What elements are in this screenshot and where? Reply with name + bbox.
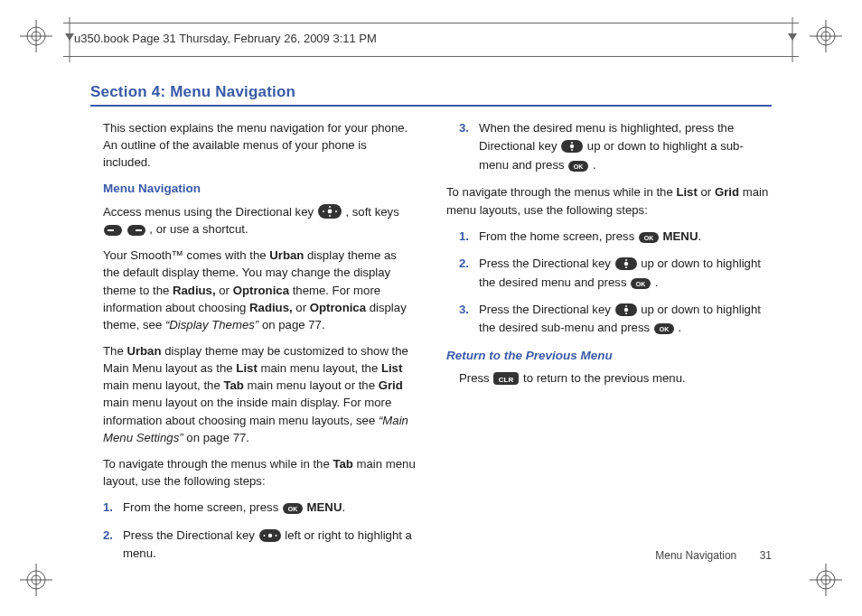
list-grid-steps: 1. From the home screen, press OK MENU. … bbox=[459, 228, 772, 338]
svg-text:OK: OK bbox=[644, 235, 654, 241]
svg-point-51 bbox=[623, 308, 627, 312]
tab-steps-list: 1. From the home screen, press OK MENU. … bbox=[103, 499, 416, 563]
return-previous-paragraph: Press CLR to return to the previous menu… bbox=[459, 369, 772, 387]
svg-text:OK: OK bbox=[288, 506, 298, 512]
svg-point-38 bbox=[571, 142, 573, 144]
step-item: 3. When the desired menu is highlighted,… bbox=[459, 119, 772, 174]
svg-text:CLR: CLR bbox=[499, 376, 514, 384]
svg-marker-19 bbox=[788, 33, 797, 41]
register-mark-icon bbox=[20, 564, 52, 596]
theme-paragraph: Your Smooth™ comes with the Urban displa… bbox=[103, 247, 416, 333]
svg-point-23 bbox=[335, 210, 337, 212]
svg-point-52 bbox=[625, 305, 627, 307]
register-mark-icon bbox=[810, 20, 842, 52]
svg-point-21 bbox=[327, 210, 332, 214]
svg-text:OK: OK bbox=[636, 281, 646, 287]
left-column: This section explains the menu navigatio… bbox=[90, 119, 416, 572]
svg-point-37 bbox=[570, 145, 574, 148]
svg-point-46 bbox=[625, 259, 627, 261]
right-column: 3. When the desired menu is highlighted,… bbox=[446, 119, 772, 572]
left-softkey-icon bbox=[103, 224, 123, 237]
svg-text:OK: OK bbox=[660, 326, 670, 332]
layout-paragraph: The Urban display theme may be customize… bbox=[103, 342, 416, 446]
svg-point-35 bbox=[275, 535, 276, 537]
ok-key-icon: OK bbox=[653, 322, 675, 335]
ok-key-icon: OK bbox=[638, 231, 660, 244]
page-footer: Menu Navigation 31 bbox=[655, 549, 772, 562]
svg-text:OK: OK bbox=[574, 163, 584, 170]
access-menus-paragraph: Access menus using the Directional key ,… bbox=[103, 203, 416, 238]
crop-info-bar: u350.book Page 31 Thursday, February 26,… bbox=[63, 23, 799, 57]
directional-key-icon bbox=[317, 203, 342, 219]
ok-key-icon: OK bbox=[567, 160, 589, 173]
step-item: 3. Press the Directional key up or down … bbox=[459, 301, 772, 338]
svg-point-33 bbox=[267, 533, 271, 537]
directional-key-icon bbox=[560, 139, 584, 154]
register-mark-icon bbox=[810, 564, 842, 596]
ok-key-icon: OK bbox=[630, 277, 651, 290]
footer-page-number: 31 bbox=[760, 549, 772, 562]
svg-point-45 bbox=[623, 262, 627, 266]
directional-key-icon bbox=[614, 257, 638, 271]
svg-point-25 bbox=[329, 215, 331, 217]
footer-section: Menu Navigation bbox=[655, 549, 736, 562]
ok-key-icon: OK bbox=[282, 502, 304, 515]
menu-navigation-heading: Menu Navigation bbox=[103, 180, 416, 198]
crop-file-info: u350.book Page 31 Thursday, February 26,… bbox=[74, 32, 377, 45]
svg-rect-27 bbox=[108, 229, 114, 231]
svg-rect-29 bbox=[136, 229, 142, 231]
page: u350.book Page 31 Thursday, February 26,… bbox=[0, 0, 862, 616]
svg-point-24 bbox=[329, 206, 331, 208]
step-item: 1. From the home screen, press OK MENU. bbox=[459, 228, 772, 246]
directional-key-icon bbox=[614, 303, 638, 317]
tab-steps-continued: 3. When the desired menu is highlighted,… bbox=[459, 119, 772, 174]
svg-marker-17 bbox=[65, 33, 74, 41]
svg-point-53 bbox=[625, 313, 627, 314]
step-item: 2. Press the Directional key up or down … bbox=[459, 255, 772, 292]
svg-point-39 bbox=[571, 149, 573, 151]
svg-point-22 bbox=[323, 210, 324, 212]
step-item: 2. Press the Directional key left or rig… bbox=[103, 527, 416, 564]
tab-nav-intro: To navigate through the menus while in t… bbox=[103, 455, 416, 490]
section-title: Section 4: Menu Navigation bbox=[90, 83, 772, 107]
svg-point-47 bbox=[625, 266, 627, 268]
directional-key-icon bbox=[258, 528, 282, 543]
intro-paragraph: This section explains the menu navigatio… bbox=[103, 119, 416, 171]
step-item: 1. From the home screen, press OK MENU. bbox=[103, 499, 416, 517]
register-mark-icon bbox=[20, 20, 52, 52]
two-column-layout: This section explains the menu navigatio… bbox=[90, 119, 772, 572]
right-softkey-icon bbox=[126, 224, 146, 237]
svg-point-34 bbox=[263, 535, 265, 537]
clr-key-icon: CLR bbox=[492, 371, 520, 386]
list-grid-intro: To navigate through the menus while in t… bbox=[446, 183, 772, 218]
content-area: Section 4: Menu Navigation This section … bbox=[90, 83, 772, 562]
return-previous-heading: Return to the Previous Menu bbox=[446, 347, 772, 365]
